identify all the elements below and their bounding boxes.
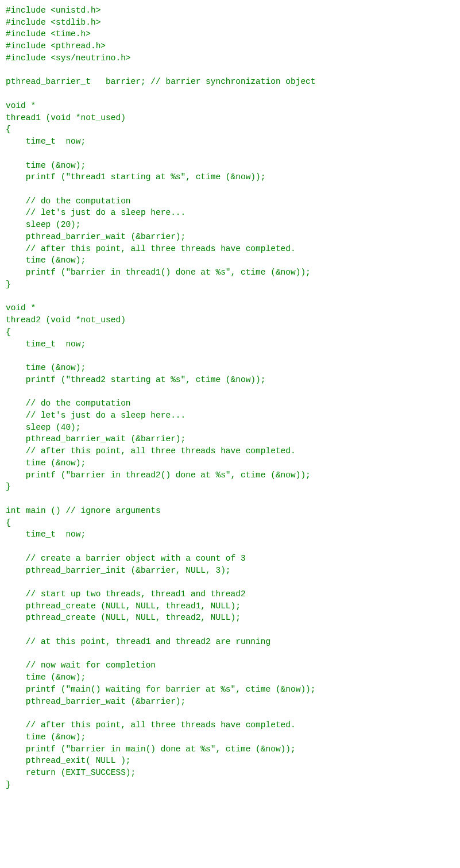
code-block: #include <unistd.h> #include <stdlib.h> … — [0, 0, 460, 795]
